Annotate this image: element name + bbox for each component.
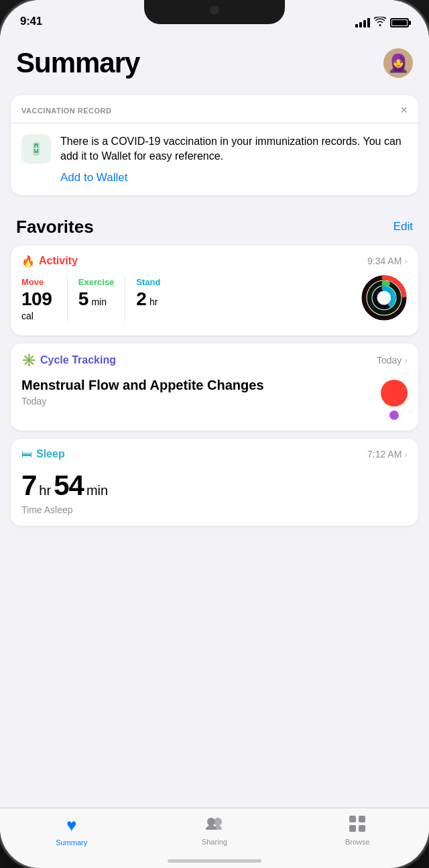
- signal-bar-2: [359, 22, 362, 28]
- cycle-title: Cycle Tracking: [40, 354, 116, 366]
- exercise-stat: Exercise 5 min: [78, 277, 126, 322]
- svg-rect-15: [359, 825, 365, 832]
- screen: 9:41: [0, 0, 429, 868]
- sharing-tab-icon: [204, 815, 225, 835]
- tab-sharing[interactable]: Sharing: [143, 815, 286, 846]
- cycle-time: Today ›: [377, 355, 408, 366]
- cycle-title-row: ✳️ Cycle Tracking: [21, 353, 116, 368]
- sleep-bed-icon: 🛏: [21, 448, 32, 460]
- move-stat: Move 109 cal: [21, 277, 68, 322]
- cycle-card-header: ✳️ Cycle Tracking Today ›: [11, 343, 418, 374]
- sleep-title-row: 🛏 Sleep: [21, 448, 65, 460]
- activity-ring: [361, 274, 408, 321]
- wifi-icon: [374, 17, 386, 28]
- svg-rect-14: [349, 825, 356, 832]
- exercise-value: 5: [78, 288, 88, 309]
- vaccination-text-area: There is a COVID-19 vaccination in your …: [60, 134, 408, 184]
- activity-title-row: 🔥 Activity: [21, 255, 78, 268]
- vaccine-icon: [21, 134, 51, 164]
- sleep-hours: 7: [21, 470, 36, 502]
- cycle-time-label: Today: [377, 355, 402, 366]
- svg-rect-13: [359, 816, 365, 822]
- sharing-tab-label: Sharing: [202, 838, 227, 846]
- status-icons: [355, 17, 409, 28]
- cycle-event: Menstrual Flow and Appetite Changes: [21, 377, 381, 393]
- stand-stat: Stand 2 hr: [136, 277, 182, 322]
- exercise-label: Exercise: [78, 277, 115, 287]
- browse-tab-label: Browse: [345, 838, 370, 846]
- tab-browse[interactable]: Browse: [286, 815, 429, 846]
- vaccination-label: VACCINATION RECORD: [21, 107, 111, 115]
- appetite-dot: [389, 411, 399, 420]
- vaccination-header: VACCINATION RECORD ×: [11, 95, 418, 123]
- stand-value: 2: [136, 288, 146, 309]
- signal-bar-4: [367, 18, 370, 28]
- close-button[interactable]: ×: [400, 103, 408, 117]
- camera: [210, 5, 219, 15]
- activity-chevron: ›: [404, 256, 408, 266]
- summary-tab-label: Summary: [56, 838, 87, 847]
- move-value-row: 109 cal: [21, 288, 56, 322]
- avatar[interactable]: 🧕: [383, 48, 413, 78]
- activity-bottom: Move 109 cal Exercise 5 min: [11, 274, 418, 335]
- sleep-title: Sleep: [36, 448, 65, 460]
- vaccination-card: VACCINATION RECORD × There is a COVID-19: [11, 95, 418, 195]
- cycle-chevron: ›: [404, 355, 408, 366]
- stand-unit: hr: [149, 296, 158, 307]
- summary-tab-icon: ♥: [66, 815, 76, 836]
- sleep-card[interactable]: 🛏 Sleep 7:12 AM › 7 hr 54 min Ti: [11, 439, 418, 526]
- browse-tab-icon: [349, 815, 366, 835]
- home-indicator: [168, 859, 261, 863]
- move-label: Move: [21, 277, 56, 287]
- sleep-card-header: 🛏 Sleep 7:12 AM ›: [11, 439, 418, 467]
- activity-title: Activity: [39, 255, 78, 267]
- exercise-unit: min: [91, 296, 107, 307]
- add-to-wallet-button[interactable]: Add to Wallet: [60, 171, 127, 184]
- battery-icon: [390, 18, 409, 28]
- sleep-description: Time Asleep: [21, 504, 408, 515]
- stand-label: Stand: [136, 277, 171, 287]
- cycle-dots: [381, 377, 408, 420]
- svg-rect-12: [349, 816, 356, 822]
- cycle-date: Today: [21, 396, 381, 406]
- cycle-spin-icon: ✳️: [21, 353, 36, 368]
- signal-bar-3: [363, 20, 366, 28]
- status-time: 9:41: [20, 15, 42, 28]
- menstrual-dot: [381, 380, 408, 406]
- activity-time: 9:34 AM ›: [367, 256, 408, 266]
- signal-bar-1: [355, 24, 358, 28]
- sleep-chevron: ›: [404, 449, 408, 459]
- stand-value-row: 2 hr: [136, 288, 171, 310]
- header: Summary 🧕: [0, 34, 429, 90]
- cycle-tracking-card[interactable]: ✳️ Cycle Tracking Today › Menstrual Flow…: [11, 343, 418, 431]
- move-unit: cal: [21, 311, 34, 321]
- activity-card[interactable]: 🔥 Activity 9:34 AM › Move 109: [11, 246, 418, 335]
- sleep-hr-label: hr: [39, 483, 51, 498]
- flame-icon: 🔥: [21, 255, 35, 268]
- battery-fill: [392, 20, 407, 25]
- phone-frame: 9:41: [0, 0, 429, 868]
- page-title: Summary: [16, 47, 139, 79]
- content-area: Summary 🧕 VACCINATION RECORD ×: [0, 34, 429, 868]
- sleep-min-label: min: [86, 483, 108, 498]
- vaccination-description: There is a COVID-19 vaccination in your …: [60, 134, 408, 164]
- favorites-header: Favorites Edit: [0, 206, 429, 246]
- sleep-duration: 7 hr 54 min: [21, 470, 408, 502]
- activity-time-label: 9:34 AM: [367, 256, 402, 266]
- svg-point-11: [214, 818, 222, 826]
- sleep-time: 7:12 AM ›: [367, 449, 408, 459]
- cycle-body: Menstrual Flow and Appetite Changes Toda…: [11, 374, 418, 431]
- favorites-title: Favorites: [16, 217, 94, 237]
- tab-summary[interactable]: ♥ Summary: [0, 815, 143, 847]
- signal-bars: [355, 18, 370, 28]
- activity-stats: Move 109 cal Exercise 5 min: [11, 274, 192, 333]
- edit-button[interactable]: Edit: [393, 220, 413, 233]
- sleep-minutes: 54: [54, 470, 84, 502]
- move-value: 109: [21, 288, 52, 309]
- sleep-body: 7 hr 54 min Time Asleep: [11, 467, 418, 526]
- cycle-info: Menstrual Flow and Appetite Changes Toda…: [21, 377, 381, 406]
- vaccination-body: There is a COVID-19 vaccination in your …: [11, 123, 418, 195]
- exercise-value-row: 5 min: [78, 288, 115, 310]
- sleep-time-label: 7:12 AM: [367, 449, 402, 459]
- activity-card-header: 🔥 Activity 9:34 AM ›: [11, 246, 418, 274]
